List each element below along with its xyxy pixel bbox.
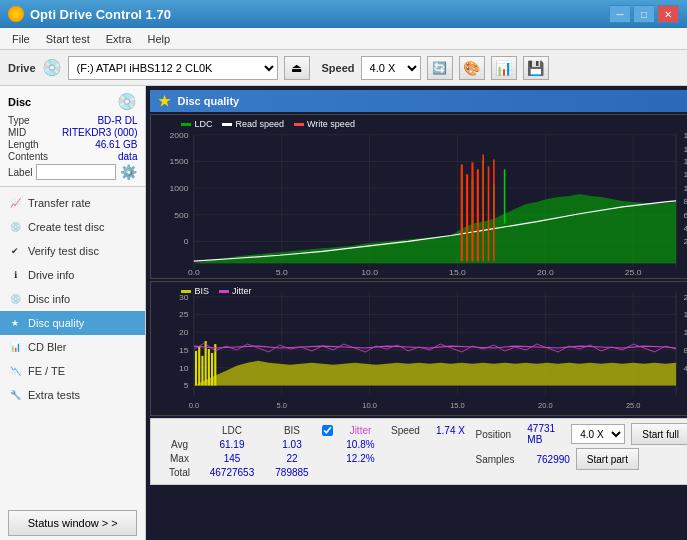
svg-text:2000: 2000 — [170, 131, 189, 140]
refresh-button[interactable]: 🔄 — [427, 56, 453, 80]
maximize-button[interactable]: □ — [633, 5, 655, 23]
disc-contents-value: data — [118, 151, 137, 162]
disc-length-value: 46.61 GB — [95, 139, 137, 150]
svg-marker-78 — [194, 361, 676, 386]
menu-bar: File Start test Extra Help — [0, 28, 687, 50]
legend-read-speed: Read speed — [222, 119, 284, 129]
sidebar-item-create-test[interactable]: 💿 Create test disc — [0, 215, 145, 239]
disc-contents-label: Contents — [8, 151, 48, 162]
disc-type-label: Type — [8, 115, 30, 126]
minimize-button[interactable]: ─ — [609, 5, 631, 23]
status-window-button[interactable]: Status window > > — [8, 510, 137, 536]
total-label: Total — [159, 466, 199, 479]
disc-label-row: Label ⚙️ — [8, 164, 137, 180]
position-value: 47731 MB — [527, 423, 565, 445]
menu-file[interactable]: File — [4, 31, 38, 47]
stats-max-row: Max 145 22 12.2% — [159, 452, 475, 465]
nav-label-extra-tests: Extra tests — [28, 389, 80, 401]
menu-start-test[interactable]: Start test — [38, 31, 98, 47]
stats-header-bis: BIS — [264, 424, 319, 437]
label-edit-icon[interactable]: ⚙️ — [120, 164, 137, 180]
samples-value: 762990 — [536, 454, 569, 465]
drive-info-icon: ℹ — [8, 268, 22, 282]
max-jitter-spacer — [319, 452, 335, 465]
sidebar-item-disc-quality[interactable]: ★ Disc quality — [0, 311, 145, 335]
menu-extra[interactable]: Extra — [98, 31, 140, 47]
svg-text:25: 25 — [179, 311, 189, 320]
chart-bottom-legend: BIS Jitter — [181, 286, 251, 296]
max-ldc: 145 — [199, 452, 264, 465]
eject-button[interactable]: ⏏ — [284, 56, 310, 80]
save-button[interactable]: 💾 — [523, 56, 549, 80]
app-icon — [8, 6, 24, 22]
disc-mid-label: MID — [8, 127, 26, 138]
settings-button[interactable]: 🎨 — [459, 56, 485, 80]
legend-jitter: Jitter — [219, 286, 252, 296]
start-full-button[interactable]: Start full — [631, 423, 687, 445]
disc-label-input[interactable] — [36, 164, 116, 180]
disc-type-row: Type BD-R DL — [8, 115, 137, 126]
svg-text:5.0: 5.0 — [276, 268, 288, 277]
svg-text:500: 500 — [175, 211, 190, 220]
svg-text:15.0: 15.0 — [450, 268, 467, 277]
sidebar-item-cd-bler[interactable]: 📊 CD Bler — [0, 335, 145, 359]
legend-write-speed: Write speed — [294, 119, 355, 129]
chart-button[interactable]: 📊 — [491, 56, 517, 80]
nav-label-disc-info: Disc info — [28, 293, 70, 305]
samples-row: Samples 762990 Start part — [475, 448, 687, 470]
svg-text:15: 15 — [179, 346, 189, 355]
svg-text:10: 10 — [179, 364, 189, 373]
svg-text:10.0: 10.0 — [362, 268, 379, 277]
drive-select[interactable]: (F:) ATAPI iHBS112 2 CL0K — [68, 56, 278, 80]
stats-header-ldc: LDC — [199, 424, 264, 437]
sidebar-item-extra-tests[interactable]: 🔧 Extra tests — [0, 383, 145, 407]
start-part-button[interactable]: Start part — [576, 448, 639, 470]
samples-label: Samples — [475, 454, 530, 465]
svg-text:15.0: 15.0 — [451, 401, 466, 410]
menu-help[interactable]: Help — [139, 31, 178, 47]
read-speed-color-dot — [222, 123, 232, 126]
chart-top-legend: LDC Read speed Write speed — [181, 119, 354, 129]
title-bar: Opti Drive Control 1.70 ─ □ ✕ — [0, 0, 687, 28]
write-speed-color-dot — [294, 123, 304, 126]
svg-text:25.0: 25.0 — [626, 401, 641, 410]
svg-text:25.0: 25.0 — [625, 268, 642, 277]
max-label: Max — [159, 452, 199, 465]
max-bis: 22 — [264, 452, 319, 465]
chart-bottom: BIS Jitter — [150, 281, 687, 416]
svg-text:5: 5 — [184, 382, 189, 391]
svg-text:1500: 1500 — [170, 158, 189, 167]
drive-label: Drive — [8, 62, 36, 74]
svg-text:20: 20 — [179, 328, 189, 337]
sidebar-item-drive-info[interactable]: ℹ Drive info — [0, 263, 145, 287]
nav-label-fe-te: FE / TE — [28, 365, 65, 377]
disc-mid-row: MID RITEKDR3 (000) — [8, 127, 137, 138]
svg-text:5.0: 5.0 — [277, 401, 287, 410]
nav-label-verify-test: Verify test disc — [28, 245, 99, 257]
legend-read-speed-label: Read speed — [235, 119, 284, 129]
close-button[interactable]: ✕ — [657, 5, 679, 23]
stats-speed-val: 1.74 X — [425, 424, 475, 437]
disc-type-value: BD-R DL — [97, 115, 137, 126]
jitter-checkbox[interactable] — [322, 425, 333, 436]
drive-icon: 💿 — [42, 58, 62, 77]
speed-select[interactable]: 4.0 X 1.0 X 2.0 X 8.0 X — [361, 56, 421, 80]
extra-tests-icon: 🔧 — [8, 388, 22, 402]
speed-select-stats[interactable]: 4.0 X — [571, 424, 625, 444]
svg-text:0.0: 0.0 — [189, 401, 199, 410]
legend-ldc: LDC — [181, 119, 212, 129]
stats-header-empty — [159, 424, 199, 437]
sidebar-item-disc-info[interactable]: 💿 Disc info — [0, 287, 145, 311]
main-panel: ★ Disc quality LDC Read speed Write spee… — [146, 86, 687, 540]
panel-header-icon: ★ — [158, 93, 171, 109]
avg-label: Avg — [159, 438, 199, 451]
total-bis: 789885 — [264, 466, 319, 479]
sidebar-item-transfer-rate[interactable]: 📈 Transfer rate — [0, 191, 145, 215]
stats-table: LDC BIS Jitter Speed 1.74 X Avg 61.19 1.… — [159, 423, 475, 480]
avg-ldc: 61.19 — [199, 438, 264, 451]
sidebar-item-verify-test[interactable]: ✔ Verify test disc — [0, 239, 145, 263]
sidebar-item-fe-te[interactable]: 📉 FE / TE — [0, 359, 145, 383]
panel-title: Disc quality — [177, 95, 239, 107]
sidebar: Disc 💿 Type BD-R DL MID RITEKDR3 (000) L… — [0, 86, 146, 540]
stats-right-panel: Position 47731 MB 4.0 X Start full Sampl… — [475, 423, 687, 480]
